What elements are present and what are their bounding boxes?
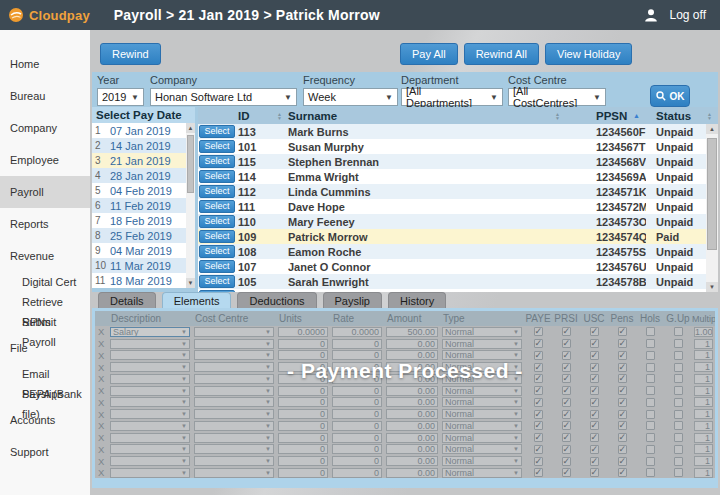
scroll-up-icon[interactable]: ▲ bbox=[186, 123, 195, 133]
select-button[interactable]: Select bbox=[199, 155, 235, 168]
chevron-down-icon: ▼ bbox=[181, 388, 187, 394]
pay-date-row[interactable]: 3 21 Jan 2019 bbox=[92, 153, 195, 168]
col-header-status[interactable]: Status ▲▼ bbox=[646, 110, 718, 122]
rewind-all-button[interactable]: Rewind All bbox=[464, 43, 539, 65]
employee-row[interactable]: Select 114 Emma Wright 1234569A Unpaid bbox=[198, 169, 718, 184]
cost-centre-filter: Cost Centre [All CostCentres] ▼ bbox=[508, 74, 606, 106]
select-button[interactable]: Select bbox=[199, 170, 235, 183]
sidebar-item-sepa-bank-file[interactable]: SEPA (Bank file) bbox=[0, 384, 90, 404]
col-header-id[interactable]: ID ▲▼ bbox=[238, 110, 288, 122]
sidebar-item-bureau[interactable]: Bureau bbox=[0, 80, 90, 112]
col-header-ppsn[interactable]: PPSN ▲ bbox=[566, 110, 646, 122]
employee-row[interactable]: Select 111 Dave Hope 1234572M Unpaid bbox=[198, 199, 718, 214]
pay-date-scrollbar[interactable]: ▲ ▼ bbox=[186, 123, 195, 288]
log-off-button[interactable]: Log off bbox=[670, 8, 706, 22]
checkbox bbox=[646, 421, 655, 430]
pay-all-button[interactable]: Pay All bbox=[400, 43, 458, 65]
pay-date-row[interactable]: 11 18 Mar 2019 bbox=[92, 273, 195, 288]
view-holiday-button[interactable]: View Holiday bbox=[545, 43, 632, 65]
pay-date-row[interactable]: 6 11 Feb 2019 bbox=[92, 198, 195, 213]
sidebar-item-email-payslips[interactable]: Email Payslips bbox=[0, 364, 90, 384]
paye-checkbox-cell bbox=[524, 421, 552, 430]
rewind-button[interactable]: Rewind bbox=[100, 43, 161, 65]
scroll-up-icon[interactable]: ▲ bbox=[706, 124, 718, 134]
department-select[interactable]: [All Departments] ▼ bbox=[401, 88, 503, 106]
sidebar-item-submit-payroll[interactable]: Submit Payroll bbox=[0, 312, 90, 332]
employee-row[interactable]: Select 107 Janet O Connor 1234576U Unpai… bbox=[198, 259, 718, 274]
gup-checkbox-cell bbox=[664, 433, 692, 442]
employee-row[interactable]: Select 108 Eamon Roche 1234575S Unpaid bbox=[198, 244, 718, 259]
department-value: [All Departments] bbox=[406, 85, 490, 109]
pay-date-row[interactable]: 4 28 Jan 2019 bbox=[92, 168, 195, 183]
scrollbar-thumb[interactable] bbox=[187, 135, 194, 193]
sidebar-item-payroll[interactable]: Payroll bbox=[0, 176, 90, 208]
pay-date-row[interactable]: 9 04 Mar 2019 bbox=[92, 243, 195, 258]
type-select: Normal▼ bbox=[442, 468, 522, 478]
checkbox bbox=[618, 398, 627, 407]
select-button[interactable]: Select bbox=[199, 230, 235, 243]
sidebar-item-revenue[interactable]: Revenue bbox=[0, 240, 90, 272]
tab-history[interactable]: History bbox=[388, 292, 446, 309]
chevron-down-icon: ▼ bbox=[181, 446, 187, 452]
select-button[interactable]: Select bbox=[199, 260, 235, 273]
select-button[interactable]: Select bbox=[199, 245, 235, 258]
sidebar-item-reports[interactable]: Reports bbox=[0, 208, 90, 240]
select-button[interactable]: Select bbox=[199, 200, 235, 213]
tab-payslip[interactable]: Payslip bbox=[323, 292, 382, 309]
select-button[interactable]: Select bbox=[199, 275, 235, 288]
sidebar-item-digital-cert[interactable]: Digital Cert bbox=[0, 272, 90, 292]
sidebar-item-retrieve-rpns[interactable]: Retrieve RPNs bbox=[0, 292, 90, 312]
pay-date-row[interactable]: 7 18 Feb 2019 bbox=[92, 213, 195, 228]
chevron-down-icon: ▼ bbox=[181, 411, 187, 417]
pay-date-row[interactable]: 5 04 Feb 2019 bbox=[92, 183, 195, 198]
col-header-surname[interactable]: Surname ▲▼ bbox=[288, 110, 566, 122]
checkbox bbox=[618, 468, 627, 477]
pay-date-row[interactable]: 1 07 Jan 2019 bbox=[92, 123, 195, 138]
elements-col-hols: Hols bbox=[636, 313, 664, 324]
search-ok-button[interactable]: OK bbox=[650, 85, 690, 107]
tab-elements[interactable]: Elements bbox=[162, 292, 232, 309]
employee-row[interactable]: Select 105 Sarah Enwright 1234578B Unpai… bbox=[198, 274, 718, 289]
tab-deductions[interactable]: Deductions bbox=[237, 292, 316, 309]
cloudpay-logo[interactable]: Cloudpay bbox=[8, 7, 90, 23]
employee-row[interactable]: Select 109 Patrick Morrow 1234574Q Paid bbox=[198, 229, 718, 244]
amount-field: 0.00 bbox=[386, 339, 438, 349]
pay-date-row[interactable]: 2 14 Jan 2019 bbox=[92, 138, 195, 153]
year-select[interactable]: 2019 ▼ bbox=[97, 88, 144, 106]
pay-date-row[interactable]: 8 25 Feb 2019 bbox=[92, 228, 195, 243]
employee-row[interactable]: Select 112 Linda Cummins 1234571K Unpaid bbox=[198, 184, 718, 199]
tab-details[interactable]: Details bbox=[98, 292, 156, 309]
sidebar-item-home[interactable]: Home bbox=[0, 48, 90, 80]
gup-checkbox-cell bbox=[664, 398, 692, 407]
sidebar-item-support[interactable]: Support bbox=[0, 436, 90, 468]
usc-checkbox-cell bbox=[580, 457, 608, 466]
select-button[interactable]: Select bbox=[199, 140, 235, 153]
frequency-select[interactable]: Week ▼ bbox=[303, 88, 398, 106]
user-icon[interactable] bbox=[644, 8, 658, 22]
scrollbar-thumb[interactable] bbox=[707, 138, 717, 250]
cost-centre-select[interactable]: [All CostCentres] ▼ bbox=[508, 88, 606, 106]
checkbox bbox=[562, 433, 571, 442]
scroll-down-icon[interactable]: ▼ bbox=[706, 282, 718, 292]
sidebar-item-accounts[interactable]: Accounts bbox=[0, 404, 90, 436]
select-button[interactable]: Select bbox=[199, 125, 235, 138]
units-field: 0 bbox=[278, 397, 328, 407]
employee-row[interactable]: Select 101 Susan Murphy 1234567T Unpaid bbox=[198, 139, 718, 154]
checkbox bbox=[562, 327, 571, 336]
company-select[interactable]: Honan Software Ltd ▼ bbox=[150, 88, 297, 106]
row-marker: X bbox=[95, 338, 108, 349]
select-button[interactable]: Select bbox=[199, 185, 235, 198]
employee-row[interactable]: Select 115 Stephen Brennan 1234568V Unpa… bbox=[198, 154, 718, 169]
employee-row[interactable]: Select 113 Mark Burns 1234560F Unpaid bbox=[198, 124, 718, 139]
row-marker: X bbox=[95, 397, 108, 408]
scroll-down-icon[interactable]: ▼ bbox=[186, 278, 195, 288]
employee-scrollbar[interactable]: ▲ ▼ bbox=[706, 124, 718, 292]
pay-date-row[interactable]: 10 11 Mar 2019 bbox=[92, 258, 195, 273]
sidebar-item-employee[interactable]: Employee bbox=[0, 144, 90, 176]
checkbox bbox=[562, 457, 571, 466]
select-button[interactable]: Select bbox=[199, 215, 235, 228]
hols-checkbox-cell bbox=[636, 468, 664, 477]
sidebar-item-company[interactable]: Company bbox=[0, 112, 90, 144]
employee-surname: Dave Hope bbox=[288, 201, 566, 213]
employee-row[interactable]: Select 110 Mary Feeney 1234573O Unpaid bbox=[198, 214, 718, 229]
